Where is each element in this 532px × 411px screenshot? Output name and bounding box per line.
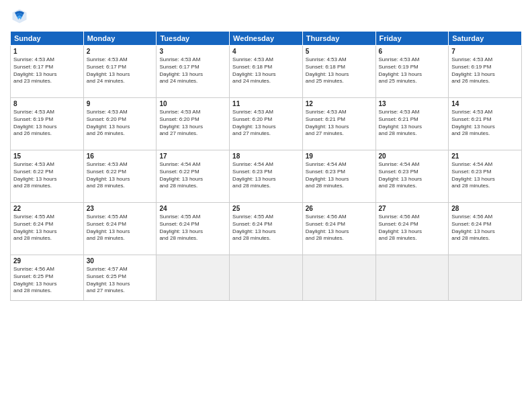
day-info: Sunrise: 4:54 AMSunset: 6:23 PMDaylight:…: [451, 161, 519, 190]
day-number: 18: [232, 152, 300, 160]
day-number: 13: [379, 100, 446, 107]
calendar-cell: 23Sunrise: 4:55 AMSunset: 6:24 PMDayligh…: [83, 203, 157, 255]
day-number: 24: [159, 205, 226, 212]
day-info: Sunrise: 4:57 AMSunset: 6:25 PMDaylight:…: [87, 266, 154, 295]
calendar-cell: 21Sunrise: 4:54 AMSunset: 6:23 PMDayligh…: [449, 150, 522, 203]
day-info: Sunrise: 4:55 AMSunset: 6:24 PMDaylight:…: [87, 214, 154, 242]
day-number: 3: [159, 48, 226, 55]
calendar-cell: [449, 255, 522, 301]
day-number: 8: [13, 100, 81, 107]
day-number: 12: [306, 100, 373, 107]
calendar-cell: 5Sunrise: 4:53 AMSunset: 6:18 PMDaylight…: [302, 46, 375, 98]
day-info: Sunrise: 4:56 AMSunset: 6:24 PMDaylight:…: [306, 214, 373, 242]
day-info: Sunrise: 4:53 AMSunset: 6:20 PMDaylight:…: [159, 109, 226, 138]
day-number: 27: [379, 205, 446, 212]
day-number: 29: [13, 257, 81, 265]
calendar-cell: 11Sunrise: 4:53 AMSunset: 6:20 PMDayligh…: [230, 98, 303, 150]
calendar-cell: 9Sunrise: 4:53 AMSunset: 6:20 PMDaylight…: [83, 98, 157, 150]
calendar-day-header: Sunday: [11, 32, 84, 46]
day-info: Sunrise: 4:55 AMSunset: 6:24 PMDaylight:…: [159, 214, 226, 242]
calendar-cell: 3Sunrise: 4:53 AMSunset: 6:17 PMDaylight…: [157, 46, 230, 98]
day-number: 2: [87, 48, 154, 55]
calendar-cell: 19Sunrise: 4:54 AMSunset: 6:23 PMDayligh…: [302, 150, 375, 203]
day-info: Sunrise: 4:55 AMSunset: 6:24 PMDaylight:…: [232, 214, 300, 242]
day-info: Sunrise: 4:53 AMSunset: 6:19 PMDaylight:…: [379, 56, 446, 85]
day-info: Sunrise: 4:53 AMSunset: 6:18 PMDaylight:…: [306, 56, 373, 85]
calendar-cell: 14Sunrise: 4:53 AMSunset: 6:21 PMDayligh…: [449, 98, 522, 150]
calendar-cell: 25Sunrise: 4:55 AMSunset: 6:24 PMDayligh…: [230, 203, 303, 255]
calendar-cell: 24Sunrise: 4:55 AMSunset: 6:24 PMDayligh…: [157, 203, 230, 255]
day-number: 9: [87, 100, 154, 107]
day-number: 7: [451, 48, 519, 55]
day-number: 16: [87, 152, 154, 160]
calendar-day-header: Thursday: [302, 32, 375, 46]
calendar-week-row: 29Sunrise: 4:56 AMSunset: 6:25 PMDayligh…: [11, 255, 522, 301]
day-number: 23: [87, 205, 154, 212]
day-number: 15: [13, 152, 81, 160]
day-number: 1: [13, 48, 81, 55]
day-number: 10: [159, 100, 226, 107]
calendar-header-row: SundayMondayTuesdayWednesdayThursdayFrid…: [11, 32, 522, 46]
calendar-table: SundayMondayTuesdayWednesdayThursdayFrid…: [10, 31, 522, 301]
day-number: 28: [451, 205, 519, 212]
calendar-cell: 2Sunrise: 4:53 AMSunset: 6:17 PMDaylight…: [83, 46, 157, 98]
day-number: 4: [232, 48, 300, 55]
day-info: Sunrise: 4:54 AMSunset: 6:23 PMDaylight:…: [232, 161, 300, 190]
day-number: 25: [232, 205, 300, 212]
day-info: Sunrise: 4:53 AMSunset: 6:21 PMDaylight:…: [379, 109, 446, 138]
day-number: 20: [379, 152, 446, 160]
calendar-cell: 29Sunrise: 4:56 AMSunset: 6:25 PMDayligh…: [11, 255, 84, 301]
calendar-day-header: Tuesday: [157, 32, 230, 46]
logo: [10, 7, 32, 26]
day-number: 30: [87, 257, 154, 265]
calendar-day-header: Saturday: [449, 32, 522, 46]
calendar-cell: 18Sunrise: 4:54 AMSunset: 6:23 PMDayligh…: [230, 150, 303, 203]
day-number: 19: [306, 152, 373, 160]
calendar-cell: 12Sunrise: 4:53 AMSunset: 6:21 PMDayligh…: [302, 98, 375, 150]
day-info: Sunrise: 4:53 AMSunset: 6:20 PMDaylight:…: [87, 109, 154, 138]
calendar-cell: 30Sunrise: 4:57 AMSunset: 6:25 PMDayligh…: [83, 255, 157, 301]
calendar-cell: 17Sunrise: 4:54 AMSunset: 6:22 PMDayligh…: [157, 150, 230, 203]
calendar-cell: 7Sunrise: 4:53 AMSunset: 6:19 PMDaylight…: [449, 46, 522, 98]
day-number: 6: [379, 48, 446, 55]
day-number: 14: [451, 100, 519, 107]
day-info: Sunrise: 4:56 AMSunset: 6:24 PMDaylight:…: [451, 214, 519, 242]
day-info: Sunrise: 4:54 AMSunset: 6:23 PMDaylight:…: [379, 161, 446, 190]
day-number: 22: [13, 205, 81, 212]
day-number: 5: [306, 48, 373, 55]
logo-icon: [10, 7, 29, 26]
day-info: Sunrise: 4:56 AMSunset: 6:24 PMDaylight:…: [379, 214, 446, 242]
calendar-cell: [157, 255, 230, 301]
calendar-day-header: Friday: [375, 32, 449, 46]
calendar-cell: 15Sunrise: 4:53 AMSunset: 6:22 PMDayligh…: [11, 150, 84, 203]
calendar-cell: 22Sunrise: 4:55 AMSunset: 6:24 PMDayligh…: [11, 203, 84, 255]
day-info: Sunrise: 4:53 AMSunset: 6:21 PMDaylight:…: [451, 109, 519, 138]
calendar-cell: 10Sunrise: 4:53 AMSunset: 6:20 PMDayligh…: [157, 98, 230, 150]
calendar-week-row: 15Sunrise: 4:53 AMSunset: 6:22 PMDayligh…: [11, 150, 522, 203]
calendar-week-row: 8Sunrise: 4:53 AMSunset: 6:19 PMDaylight…: [11, 98, 522, 150]
calendar-cell: 20Sunrise: 4:54 AMSunset: 6:23 PMDayligh…: [375, 150, 449, 203]
day-info: Sunrise: 4:53 AMSunset: 6:22 PMDaylight:…: [13, 161, 81, 190]
calendar-cell: 4Sunrise: 4:53 AMSunset: 6:18 PMDaylight…: [230, 46, 303, 98]
calendar-cell: 13Sunrise: 4:53 AMSunset: 6:21 PMDayligh…: [375, 98, 449, 150]
day-info: Sunrise: 4:53 AMSunset: 6:19 PMDaylight:…: [451, 56, 519, 85]
day-info: Sunrise: 4:53 AMSunset: 6:21 PMDaylight:…: [306, 109, 373, 138]
calendar-cell: 6Sunrise: 4:53 AMSunset: 6:19 PMDaylight…: [375, 46, 449, 98]
day-info: Sunrise: 4:55 AMSunset: 6:24 PMDaylight:…: [13, 214, 81, 242]
page: SundayMondayTuesdayWednesdayThursdayFrid…: [0, 0, 532, 411]
calendar-cell: 28Sunrise: 4:56 AMSunset: 6:24 PMDayligh…: [449, 203, 522, 255]
calendar-day-header: Monday: [83, 32, 157, 46]
calendar-week-row: 22Sunrise: 4:55 AMSunset: 6:24 PMDayligh…: [11, 203, 522, 255]
day-number: 26: [306, 205, 373, 212]
calendar-cell: 26Sunrise: 4:56 AMSunset: 6:24 PMDayligh…: [302, 203, 375, 255]
day-info: Sunrise: 4:53 AMSunset: 6:17 PMDaylight:…: [13, 56, 81, 85]
day-number: 21: [451, 152, 519, 160]
day-info: Sunrise: 4:53 AMSunset: 6:17 PMDaylight:…: [159, 56, 226, 85]
calendar-day-header: Wednesday: [230, 32, 303, 46]
day-info: Sunrise: 4:54 AMSunset: 6:23 PMDaylight:…: [306, 161, 373, 190]
day-info: Sunrise: 4:53 AMSunset: 6:19 PMDaylight:…: [13, 109, 81, 138]
calendar-cell: [302, 255, 375, 301]
calendar-cell: 8Sunrise: 4:53 AMSunset: 6:19 PMDaylight…: [11, 98, 84, 150]
day-info: Sunrise: 4:53 AMSunset: 6:22 PMDaylight:…: [87, 161, 154, 190]
day-info: Sunrise: 4:53 AMSunset: 6:20 PMDaylight:…: [232, 109, 300, 138]
